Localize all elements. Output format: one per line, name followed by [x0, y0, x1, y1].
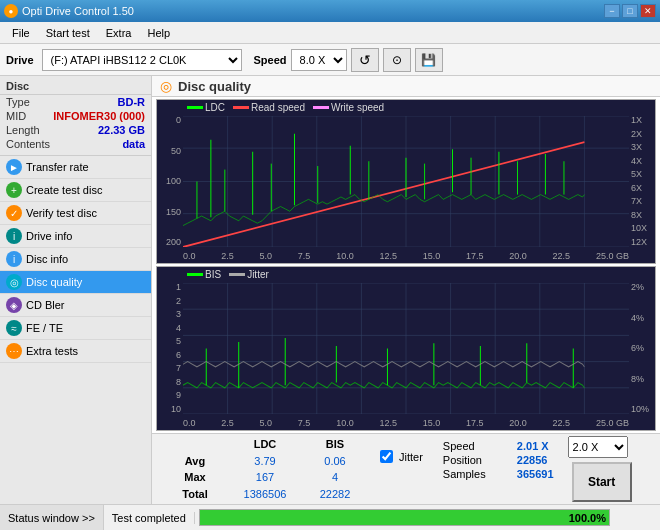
sidebar-item-fe-te[interactable]: ≈ FE / TE	[0, 317, 151, 340]
disc-type-value: BD-R	[118, 96, 146, 108]
stats-header-ldc: LDC	[230, 436, 300, 453]
position-row: Position 22856	[443, 454, 554, 466]
ldc-legend-color	[187, 106, 203, 109]
progress-area: 100.0% 44:11	[195, 505, 660, 530]
speed-select[interactable]: 8.0 X	[291, 49, 347, 71]
reload-button[interactable]: ↺	[351, 48, 379, 72]
ldc-x-axis: 0.0 2.5 5.0 7.5 10.0 12.5 15.0 17.5 20.0…	[183, 251, 629, 261]
transfer-rate-icon: ►	[6, 159, 22, 175]
position-val: 22856	[517, 454, 548, 466]
maximize-button[interactable]: □	[622, 4, 638, 18]
drive-info-icon: i	[6, 228, 22, 244]
disc-mid-value: INFOMER30 (000)	[53, 110, 145, 122]
titlebar-left: ● Opti Drive Control 1.50	[4, 4, 134, 18]
status-window-button[interactable]: Status window >>	[0, 505, 104, 530]
disc-type-label: Type	[6, 96, 30, 108]
sidebar-item-drive-info[interactable]: i Drive info	[0, 225, 151, 248]
fe-te-icon: ≈	[6, 320, 22, 336]
progress-percent: 100.0%	[569, 505, 606, 530]
read-speed-legend-color	[233, 106, 249, 109]
statusbar: Status window >> Test completed 100.0% 4…	[0, 504, 660, 530]
extra-tests-icon: ⋯	[6, 343, 22, 359]
ldc-chart-inner	[183, 116, 629, 247]
disc-type-row: Type BD-R	[0, 95, 151, 109]
bis-y-axis-left: 10 9 8 7 6 5 4 3 2 1	[157, 283, 183, 414]
menu-help[interactable]: Help	[139, 25, 178, 41]
create-test-disc-icon: +	[6, 182, 22, 198]
minimize-button[interactable]: −	[604, 4, 620, 18]
speed-val: 2.01 X	[517, 440, 549, 452]
titlebar: ● Opti Drive Control 1.50 − □ ✕	[0, 0, 660, 22]
ldc-y-axis-left: 200 150 100 50 0	[157, 116, 183, 247]
sidebar-item-cd-bler[interactable]: ◈ CD Bler	[0, 294, 151, 317]
stats-avg-label: Avg	[160, 453, 230, 470]
speed-key: Speed	[443, 440, 513, 452]
disc-button[interactable]: ⊙	[383, 48, 411, 72]
samples-row: Samples 365691	[443, 468, 554, 480]
read-speed-legend-label: Read speed	[251, 102, 305, 113]
content-area: ◎ Disc quality LDC Read speed	[152, 76, 660, 504]
speed-select-2[interactable]: 2.0 X	[568, 436, 628, 458]
verify-test-disc-icon: ✓	[6, 205, 22, 221]
speed-row: Speed 2.01 X	[443, 440, 554, 452]
transfer-rate-label: Transfer rate	[26, 161, 89, 173]
sidebar-item-verify-test-disc[interactable]: ✓ Verify test disc	[0, 202, 151, 225]
stats-total-ldc: 1386506	[230, 486, 300, 503]
save-button[interactable]: 💾	[415, 48, 443, 72]
jitter-area: Jitter	[380, 450, 423, 463]
app-title: Opti Drive Control 1.50	[22, 5, 134, 17]
cd-bler-label: CD Bler	[26, 299, 65, 311]
extra-tests-label: Extra tests	[26, 345, 78, 357]
stats-header-row: LDC BIS	[160, 436, 370, 453]
stats-header-empty	[160, 436, 230, 453]
disc-info-icon: i	[6, 251, 22, 267]
titlebar-buttons: − □ ✕	[604, 4, 656, 18]
disc-contents-label: Contents	[6, 138, 50, 150]
stats-avg-ldc: 3.79	[230, 453, 300, 470]
bis-legend-color	[187, 273, 203, 276]
status-text: Test completed	[104, 512, 195, 524]
bis-y-axis-right: 10% 8% 6% 4% 2%	[629, 283, 655, 414]
ldc-legend-label: LDC	[205, 102, 225, 113]
position-key: Position	[443, 454, 513, 466]
disc-quality-header-icon: ◎	[160, 78, 172, 94]
sidebar-item-disc-info[interactable]: i Disc info	[0, 248, 151, 271]
stats-max-bis: 4	[300, 469, 370, 486]
start-button[interactable]: Start	[572, 462, 632, 502]
stats-total-row: Total 1386506 22282	[160, 486, 370, 503]
stats-total-bis: 22282	[300, 486, 370, 503]
jitter-legend-color	[229, 273, 245, 276]
ldc-y-axis-right: 12X 10X 8X 7X 6X 5X 4X 3X 2X 1X	[629, 116, 655, 247]
menubar: File Start test Extra Help	[0, 22, 660, 44]
speed-start-area: 2.0 X Start	[564, 436, 632, 502]
jitter-checkbox[interactable]	[380, 450, 393, 463]
disc-quality-label: Disc quality	[26, 276, 82, 288]
drive-select[interactable]: (F:) ATAPI iHBS112 2 CL0K	[42, 49, 242, 71]
ldc-chart-svg	[183, 116, 629, 247]
close-button[interactable]: ✕	[640, 4, 656, 18]
sidebar-item-extra-tests[interactable]: ⋯ Extra tests	[0, 340, 151, 363]
stats-table: LDC BIS Avg 3.79 0.06 Max 167 4 Total 13…	[160, 436, 370, 502]
create-test-disc-label: Create test disc	[26, 184, 102, 196]
stats-total-label: Total	[160, 486, 230, 503]
ldc-legend: LDC Read speed Write speed	[187, 102, 384, 113]
bis-chart: BIS Jitter 10 9 8 7 6 5 4 3	[156, 266, 656, 431]
disc-info-label: Disc info	[26, 253, 68, 265]
bis-legend-label: BIS	[205, 269, 221, 280]
sidebar-item-disc-quality[interactable]: ◎ Disc quality	[0, 271, 151, 294]
jitter-legend-label: Jitter	[247, 269, 269, 280]
disc-quality-icon: ◎	[6, 274, 22, 290]
bis-chart-inner	[183, 283, 629, 414]
speed-info: Speed 2.01 X Position 22856 Samples 3656…	[443, 440, 554, 480]
menu-start-test[interactable]: Start test	[38, 25, 98, 41]
drive-info-label: Drive info	[26, 230, 72, 242]
disc-quality-header: ◎ Disc quality	[152, 76, 660, 97]
verify-test-disc-label: Verify test disc	[26, 207, 97, 219]
disc-quality-title: Disc quality	[178, 79, 251, 94]
drive-label: Drive	[6, 54, 34, 66]
sidebar-item-transfer-rate[interactable]: ► Transfer rate	[0, 156, 151, 179]
sidebar-item-create-test-disc[interactable]: + Create test disc	[0, 179, 151, 202]
menu-file[interactable]: File	[4, 25, 38, 41]
menu-extra[interactable]: Extra	[98, 25, 140, 41]
read-speed-legend-item: Read speed	[233, 102, 305, 113]
